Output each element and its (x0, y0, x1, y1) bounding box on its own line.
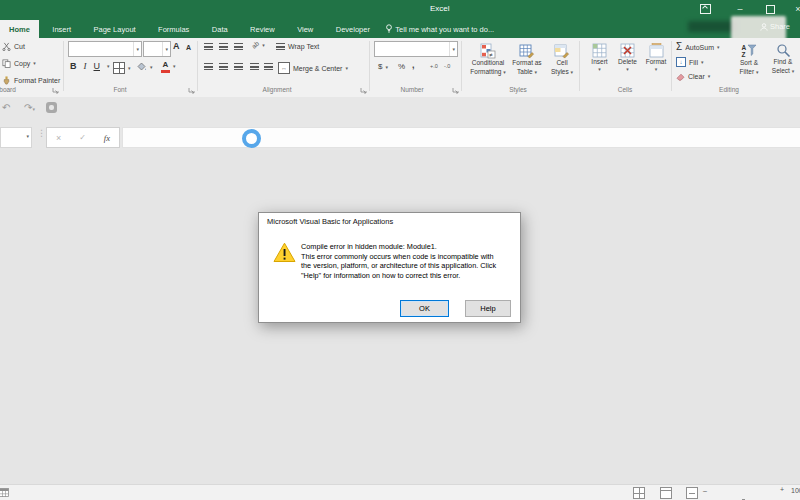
format-as-table-button[interactable]: Format as Table ▾ (509, 43, 545, 77)
conditional-formatting-button[interactable]: ≠ Conditional Formatting ▾ (466, 43, 510, 77)
zoom-level[interactable]: 100% (791, 487, 800, 494)
tab-home[interactable]: Home (0, 20, 39, 38)
increase-decimal-button[interactable]: +.0 (430, 64, 438, 70)
number-dialog-launcher[interactable] (452, 87, 459, 94)
tell-me-label: Tell me what you want to do... (395, 25, 494, 34)
autosum-button[interactable]: Σ AutoSum ▾ (676, 42, 720, 52)
minimize-button[interactable]: – (729, 3, 751, 15)
orientation-button[interactable]: ab ▾ (252, 42, 265, 49)
tab-data[interactable]: Data (203, 20, 237, 38)
help-label: Help (480, 304, 495, 313)
zoom-out-button[interactable]: – (703, 487, 707, 494)
enter-button[interactable]: ✓ (79, 133, 86, 142)
decrease-font-size-button[interactable]: A (186, 44, 191, 51)
merge-center-button[interactable]: ↔ Merge & Center ▾ (278, 62, 348, 74)
wrap-text-button[interactable]: Wrap Text (276, 43, 319, 50)
font-name-combobox[interactable]: ▾ (68, 41, 142, 57)
undo-button[interactable]: ↶ (2, 103, 10, 113)
percent-style-button[interactable]: % (398, 63, 405, 71)
tab-developer[interactable]: Developer (327, 20, 379, 38)
decrease-indent-icon[interactable] (250, 63, 259, 70)
plus-icon: + (780, 486, 784, 493)
sort-filter-label-2-text: Filter (740, 68, 754, 75)
alignment-dialog-launcher[interactable] (360, 87, 367, 94)
fill-color-button[interactable]: ▾ (137, 62, 153, 72)
underline-button[interactable]: U (94, 62, 101, 71)
sort-filter-button[interactable]: A Z Sort & Filter ▾ (733, 43, 765, 77)
tab-view[interactable]: View (288, 20, 322, 38)
share-button[interactable]: Share (760, 22, 790, 31)
help-button[interactable]: Help (465, 300, 511, 317)
fill-button[interactable]: ↓ Fill ▾ (676, 57, 703, 67)
align-center-icon[interactable] (219, 63, 228, 70)
zoom-in-button[interactable]: + (780, 486, 784, 493)
decrease-decimal-button[interactable]: -.0 (444, 64, 450, 70)
redo-button[interactable]: ↷▾ (24, 103, 35, 113)
chevron-down-icon: ▾ (571, 69, 574, 75)
delete-cells-icon (620, 43, 635, 58)
number-format-combobox[interactable]: ▾ (374, 41, 458, 57)
borders-button[interactable]: ▾ (113, 62, 131, 74)
tab-review[interactable]: Review (241, 20, 284, 38)
page-break-preview-button[interactable] (686, 487, 698, 499)
tell-me-box[interactable]: Tell me what you want to do... (383, 19, 500, 38)
alignment-group-label: Alignment (247, 86, 307, 93)
dropdown-caret-icon: ▾ (33, 61, 36, 66)
delete-cells-button[interactable]: Delete ▾ (614, 43, 641, 72)
page-layout-view-button[interactable] (660, 487, 672, 499)
number-group-label: Number (382, 86, 442, 93)
chevron-down-icon: ▾ (136, 47, 139, 52)
maximize-button[interactable] (759, 3, 781, 15)
align-bottom-icon[interactable] (234, 43, 243, 50)
dots-glyph: ⋮ (37, 128, 46, 138)
comma-style-button[interactable]: , (412, 61, 415, 70)
tab-page-layout[interactable]: Page Layout (85, 20, 145, 38)
name-box[interactable]: ▾ (0, 127, 32, 148)
align-middle-icon[interactable] (219, 43, 228, 50)
chevron-down-icon: ▾ (701, 60, 704, 65)
cut-button[interactable]: Cut (2, 42, 25, 51)
italic-button[interactable]: I (84, 62, 87, 71)
align-left-icon[interactable] (204, 63, 213, 70)
tab-insert[interactable]: Insert (43, 20, 80, 38)
copy-button[interactable]: Copy ▾ (2, 59, 36, 68)
clipboard-dialog-launcher[interactable] (52, 87, 59, 94)
font-dialog-launcher[interactable] (188, 87, 195, 94)
tab-formulas[interactable]: Formulas (149, 20, 198, 38)
grow-font-icon: A (173, 42, 180, 51)
person-icon (760, 23, 768, 31)
macro-record-icon[interactable] (0, 488, 9, 497)
formula-bar-input[interactable] (122, 127, 800, 148)
insert-function-button[interactable]: fx (104, 133, 110, 143)
increase-font-size-button[interactable]: A (173, 42, 180, 51)
share-label: Share (770, 22, 790, 31)
find-select-label-2: Select ▾ (772, 67, 794, 76)
format-cells-button[interactable]: Format ▾ (642, 43, 670, 72)
paint-bucket-icon (137, 62, 147, 72)
align-right-icon[interactable] (234, 63, 243, 70)
cells-group-label: Cells (595, 86, 655, 93)
cell-styles-button[interactable]: Cell Styles ▾ (546, 43, 578, 77)
formula-bar-divider-dots[interactable]: ⋮ (37, 128, 46, 138)
touch-mouse-mode-button[interactable] (46, 102, 57, 113)
dialog-close-button[interactable] (507, 214, 515, 218)
font-size-combobox[interactable]: ▾ (143, 41, 171, 57)
insert-cells-button[interactable]: Insert ▾ (586, 43, 613, 72)
bold-button[interactable]: B (70, 62, 77, 71)
find-select-button[interactable]: Find & Select ▾ (767, 43, 799, 76)
cancel-button[interactable]: × (56, 133, 61, 143)
user-account-name-blurred[interactable] (688, 21, 736, 32)
ribbon-display-options-button[interactable] (694, 3, 716, 15)
align-top-icon[interactable] (204, 43, 213, 50)
format-painter-button[interactable]: Format Painter (2, 76, 60, 85)
borders-icon (113, 62, 125, 74)
increase-indent-icon[interactable] (264, 63, 273, 70)
accounting-format-button[interactable]: $ ▾ (378, 63, 388, 71)
clear-button[interactable]: Clear ▾ (676, 72, 710, 81)
chevron-down-icon: ▾ (708, 74, 711, 79)
normal-view-button[interactable] (633, 487, 645, 499)
eraser-icon (676, 72, 685, 81)
font-color-button[interactable]: A ▾ (161, 61, 176, 73)
ok-button[interactable]: OK (400, 300, 449, 317)
close-button[interactable]: × (787, 3, 800, 15)
